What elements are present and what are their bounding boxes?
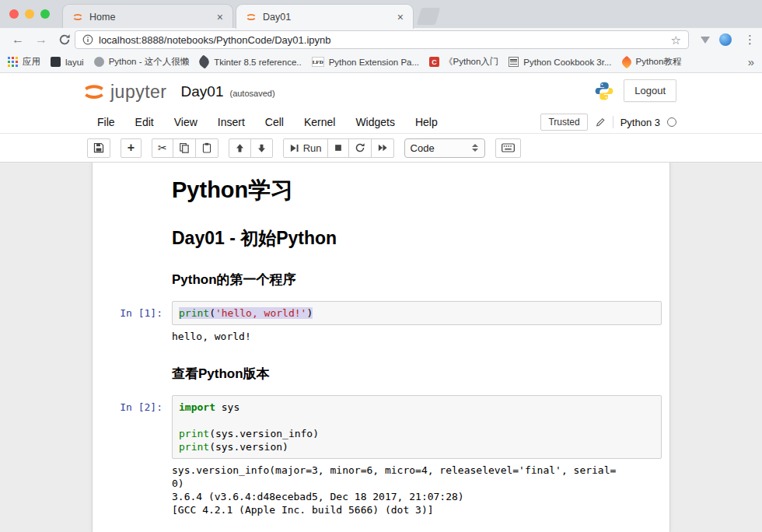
run-cell-button[interactable]: Run xyxy=(283,138,328,158)
scissors-icon: ✂ xyxy=(158,142,167,153)
notebook-menubar: File Edit View Insert Cell Kernel Widget… xyxy=(0,110,762,134)
keyboard-icon xyxy=(502,143,515,152)
kernel-name[interactable]: Python 3 xyxy=(620,117,660,128)
browser-toolbar: ← → localhost:8888/notebooks/PythonCode/… xyxy=(0,28,762,51)
code-token: print xyxy=(179,307,209,319)
bookmark-python-intro[interactable]: C 《Python入门 xyxy=(429,56,498,68)
red-c-favicon: C xyxy=(429,57,439,67)
notebook-title[interactable]: Day01 xyxy=(181,83,224,100)
run-icon xyxy=(289,143,299,153)
bookmark-tkinter[interactable]: Tkinter 8.5 reference.. xyxy=(199,57,302,67)
copy-cell-button[interactable] xyxy=(173,138,196,158)
bookmark-cookbook[interactable]: Python Cookbook 3r... xyxy=(509,57,611,67)
back-icon[interactable]: ← xyxy=(9,31,26,48)
reload-icon[interactable] xyxy=(56,33,73,51)
bookmark-label: Tkinter 8.5 reference.. xyxy=(214,58,302,67)
menu-edit[interactable]: Edit xyxy=(125,110,164,134)
jupyter-logo-icon xyxy=(82,80,106,103)
tab-title: Home xyxy=(89,12,211,23)
output-prompt xyxy=(93,464,172,516)
address-bar[interactable]: localhost:8888/notebooks/PythonCode/Day0… xyxy=(75,30,689,49)
markdown-cell-subtitle[interactable]: Day01 - 初始Python xyxy=(93,217,669,260)
menu-widgets[interactable]: Widgets xyxy=(345,110,405,134)
cell-type-select[interactable]: Code xyxy=(404,138,485,158)
floppy-icon xyxy=(93,142,104,153)
browser-menu-icon[interactable]: ⋮ xyxy=(744,31,756,48)
move-cell-up-button[interactable] xyxy=(229,138,251,158)
menu-cell[interactable]: Cell xyxy=(255,110,294,134)
trusted-button[interactable]: Trusted xyxy=(540,114,587,131)
restart-run-all-button[interactable] xyxy=(371,138,394,158)
autosave-status: (autosaved) xyxy=(229,89,274,98)
paste-cell-button[interactable] xyxy=(195,138,218,158)
output-text: 3.6.4 (v3.6.4:d48ecebad5, Dec 18 2017, 2… xyxy=(172,490,662,503)
input-prompt: In [2]: xyxy=(93,395,172,459)
jupyter-favicon-icon xyxy=(246,12,257,23)
bookmark-python-blog[interactable]: Python - 这个人很懒 xyxy=(94,56,190,68)
heading-3: Python的第一个程序 xyxy=(172,271,662,289)
interrupt-kernel-button[interactable] xyxy=(327,138,349,158)
restart-icon xyxy=(355,142,365,153)
code-cell-2[interactable]: In [2]: import sys print(sys.version_inf… xyxy=(93,392,669,462)
code-editor[interactable]: import sys print(sys.version_info) print… xyxy=(172,395,662,459)
extension-globe-icon[interactable] xyxy=(719,33,732,46)
notebook-page: Python学习 Day01 - 初始Python Python的第一个程序 I… xyxy=(92,163,670,532)
command-palette-button[interactable] xyxy=(495,138,521,158)
menu-view[interactable]: View xyxy=(164,110,208,134)
zoom-window-button[interactable] xyxy=(40,9,50,19)
move-cell-down-button[interactable] xyxy=(250,138,273,158)
bookmark-lfd[interactable]: LFD Python Extension Pa... xyxy=(312,57,419,67)
plus-icon: + xyxy=(128,142,135,154)
python-logo-icon xyxy=(594,81,614,101)
bird-favicon xyxy=(94,57,104,67)
close-tab-icon[interactable]: × xyxy=(217,12,223,23)
tab-day01[interactable]: Day01 × xyxy=(236,4,414,29)
bookmark-layui[interactable]: layui xyxy=(51,57,84,67)
heading-1: Python学习 xyxy=(172,175,662,206)
menu-help[interactable]: Help xyxy=(405,110,448,134)
bookmarks-bar: 应用 layui Python - 这个人很懒 Tkinter 8.5 refe… xyxy=(0,51,762,73)
prompt-spacer xyxy=(93,170,172,214)
menu-insert[interactable]: Insert xyxy=(208,110,255,134)
markdown-cell-title[interactable]: Python学习 xyxy=(93,167,669,217)
bookmark-python-tutorial[interactable]: Python教程 xyxy=(622,56,682,68)
jupyter-wordmark[interactable]: jupyter xyxy=(110,82,167,103)
cut-cell-button[interactable]: ✂ xyxy=(152,138,173,158)
notebook-background: Python学习 Day01 - 初始Python Python的第一个程序 I… xyxy=(0,163,762,532)
jupyter-header: jupyter Day01 (autosaved) Logout xyxy=(0,73,762,110)
code-cell-1[interactable]: In [1]: print('hello, world!') xyxy=(93,298,669,328)
lfd-text-favicon: LFD xyxy=(312,57,324,67)
browser-window: Home × Day01 × ← → xyxy=(0,0,762,532)
bookmark-apps[interactable]: 应用 xyxy=(8,56,40,68)
prompt-spacer xyxy=(93,220,172,257)
save-button[interactable] xyxy=(87,138,110,158)
menu-kernel[interactable]: Kernel xyxy=(294,110,345,134)
window-controls xyxy=(9,9,50,19)
url-text[interactable]: localhost:8888/notebooks/PythonCode/Day0… xyxy=(99,34,666,46)
output-text: 0) xyxy=(172,477,662,490)
forward-icon[interactable]: → xyxy=(33,31,50,48)
bookmark-label: 应用 xyxy=(23,56,40,68)
restart-kernel-button[interactable] xyxy=(348,138,372,158)
bookmark-star-icon[interactable]: ☆ xyxy=(671,34,681,46)
tab-home[interactable]: Home × xyxy=(62,4,233,29)
logout-button[interactable]: Logout xyxy=(624,79,676,102)
new-tab-button[interactable] xyxy=(417,8,440,25)
tab-strip: Home × Day01 × xyxy=(0,0,762,28)
extension-flag-icon[interactable] xyxy=(701,37,710,44)
bookmark-label: 《Python入门 xyxy=(444,56,498,68)
markdown-cell-section1[interactable]: Python的第一个程序 xyxy=(93,260,669,298)
minimize-window-button[interactable] xyxy=(25,9,34,19)
run-label: Run xyxy=(303,142,322,154)
markdown-cell-section2[interactable]: 查看Python版本 xyxy=(93,354,669,392)
bookmarks-overflow-icon[interactable]: » xyxy=(748,55,754,68)
clipboard-icon xyxy=(201,142,212,153)
add-cell-button[interactable]: + xyxy=(121,138,142,158)
divider xyxy=(613,116,613,128)
close-tab-icon[interactable]: × xyxy=(397,12,404,23)
menu-file[interactable]: File xyxy=(87,110,125,134)
page-info-icon[interactable] xyxy=(82,34,93,45)
code-editor[interactable]: print('hello, world!') xyxy=(172,301,662,325)
output-text: sys.version_info(major=3, minor=6, micro… xyxy=(172,464,662,477)
close-window-button[interactable] xyxy=(9,9,19,19)
